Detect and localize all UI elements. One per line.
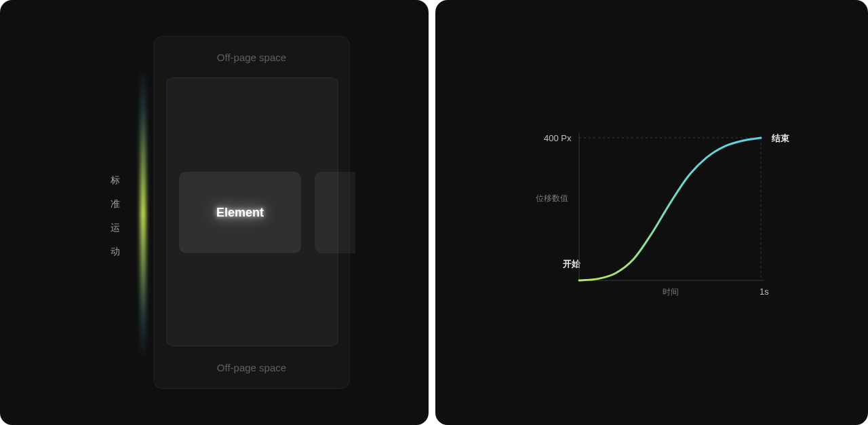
card-outer: Off-page space Element Off-page space [153, 36, 350, 389]
x-axis-label: 时间 [663, 287, 679, 298]
right-panel: 400 Px 结束 位移数值 开始 时间 1s [435, 0, 868, 425]
easing-chart: 400 Px 结束 位移数值 开始 时间 1s [530, 102, 802, 319]
y-max-label: 400 Px [544, 133, 571, 143]
easing-curve [579, 138, 761, 280]
element-side-tile [315, 172, 355, 253]
x-max-label: 1s [760, 287, 769, 297]
left-panel: 标 准 运 动 Off-page space Element Off-page … [0, 0, 429, 425]
element-tile: Element [179, 172, 301, 253]
card-inner: Element [166, 77, 338, 346]
offpage-bottom-label: Off-page space [154, 362, 349, 373]
end-label: 结束 [772, 132, 789, 145]
vlabel-char: 运 [111, 222, 121, 234]
gradient-bar [140, 68, 146, 360]
chart-svg [578, 132, 764, 282]
vertical-label: 标 准 运 动 [111, 174, 121, 258]
vlabel-char: 标 [111, 174, 121, 187]
element-label: Element [216, 206, 264, 220]
card-stack: Off-page space Element Off-page space [153, 36, 350, 389]
y-axis-label: 位移数值 [536, 193, 568, 204]
offpage-top-label: Off-page space [154, 52, 349, 63]
vlabel-char: 动 [111, 246, 121, 258]
vlabel-char: 准 [111, 198, 121, 210]
